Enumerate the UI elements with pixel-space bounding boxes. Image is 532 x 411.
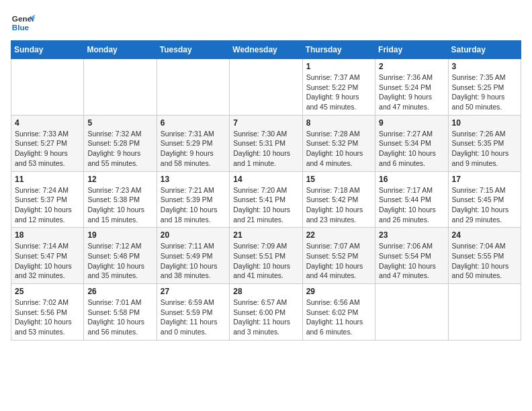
day-number: 26 <box>87 287 152 296</box>
day-info: Sunrise: 7:17 AMSunset: 5:44 PMDaylight:… <box>379 185 444 225</box>
day-number: 18 <box>15 230 80 240</box>
calendar-cell: 9Sunrise: 7:27 AMSunset: 5:34 PMDaylight… <box>375 115 448 171</box>
calendar-cell: 22Sunrise: 7:07 AMSunset: 5:52 PMDayligh… <box>302 228 375 284</box>
calendar-cell <box>375 284 448 340</box>
calendar-cell: 7Sunrise: 7:30 AMSunset: 5:31 PMDaylight… <box>230 115 302 171</box>
calendar-cell: 11Sunrise: 7:24 AMSunset: 5:37 PMDayligh… <box>11 171 84 228</box>
day-info: Sunrise: 7:32 AMSunset: 5:28 PMDaylight:… <box>87 129 152 169</box>
calendar-week-row: 18Sunrise: 7:14 AMSunset: 5:47 PMDayligh… <box>11 228 521 284</box>
day-info: Sunrise: 7:28 AMSunset: 5:32 PMDaylight:… <box>306 129 371 169</box>
calendar-cell <box>157 59 229 116</box>
day-number: 2 <box>379 62 444 71</box>
day-number: 5 <box>87 118 152 128</box>
day-info: Sunrise: 7:36 AMSunset: 5:24 PMDaylight:… <box>379 73 444 112</box>
weekday-header-friday: Friday <box>375 41 448 59</box>
calendar-cell: 16Sunrise: 7:17 AMSunset: 5:44 PMDayligh… <box>375 171 448 228</box>
calendar-cell: 26Sunrise: 7:01 AMSunset: 5:58 PMDayligh… <box>84 284 157 340</box>
calendar-cell: 10Sunrise: 7:26 AMSunset: 5:35 PMDayligh… <box>448 115 521 171</box>
calendar-cell: 24Sunrise: 7:04 AMSunset: 5:55 PMDayligh… <box>448 228 521 284</box>
day-number: 24 <box>452 230 517 240</box>
day-info: Sunrise: 7:21 AMSunset: 5:39 PMDaylight:… <box>161 185 226 225</box>
day-number: 14 <box>233 175 298 184</box>
day-number: 27 <box>161 287 226 296</box>
calendar-cell: 15Sunrise: 7:18 AMSunset: 5:42 PMDayligh… <box>302 171 375 228</box>
weekday-header-sunday: Sunday <box>11 41 84 59</box>
calendar-cell <box>230 59 302 116</box>
calendar-cell <box>11 59 84 116</box>
calendar-cell: 13Sunrise: 7:21 AMSunset: 5:39 PMDayligh… <box>157 171 229 228</box>
day-number: 22 <box>306 230 371 240</box>
day-info: Sunrise: 7:07 AMSunset: 5:52 PMDaylight:… <box>306 241 371 281</box>
day-number: 17 <box>452 175 517 184</box>
day-number: 10 <box>452 118 517 128</box>
calendar-cell: 5Sunrise: 7:32 AMSunset: 5:28 PMDaylight… <box>84 115 157 171</box>
calendar-cell: 3Sunrise: 7:35 AMSunset: 5:25 PMDaylight… <box>448 59 521 116</box>
weekday-header-monday: Monday <box>84 41 157 59</box>
calendar-cell: 6Sunrise: 7:31 AMSunset: 5:29 PMDaylight… <box>157 115 229 171</box>
day-info: Sunrise: 7:18 AMSunset: 5:42 PMDaylight:… <box>306 185 371 225</box>
calendar-cell: 28Sunrise: 6:57 AMSunset: 6:00 PMDayligh… <box>230 284 302 340</box>
day-number: 23 <box>379 230 444 240</box>
calendar-week-row: 1Sunrise: 7:37 AMSunset: 5:22 PMDaylight… <box>11 59 521 116</box>
page-header: General Blue <box>11 11 521 35</box>
day-info: Sunrise: 6:59 AMSunset: 5:59 PMDaylight:… <box>161 298 226 337</box>
day-number: 12 <box>87 175 152 184</box>
calendar-cell: 23Sunrise: 7:06 AMSunset: 5:54 PMDayligh… <box>375 228 448 284</box>
calendar-week-row: 11Sunrise: 7:24 AMSunset: 5:37 PMDayligh… <box>11 171 521 228</box>
calendar-cell: 19Sunrise: 7:12 AMSunset: 5:48 PMDayligh… <box>84 228 157 284</box>
day-info: Sunrise: 7:35 AMSunset: 5:25 PMDaylight:… <box>452 73 517 112</box>
day-number: 21 <box>233 230 298 240</box>
day-info: Sunrise: 7:37 AMSunset: 5:22 PMDaylight:… <box>306 73 371 112</box>
day-info: Sunrise: 7:15 AMSunset: 5:45 PMDaylight:… <box>452 185 517 225</box>
day-info: Sunrise: 7:27 AMSunset: 5:34 PMDaylight:… <box>379 129 444 169</box>
day-number: 19 <box>87 230 152 240</box>
day-info: Sunrise: 7:11 AMSunset: 5:49 PMDaylight:… <box>161 241 226 281</box>
calendar-cell: 14Sunrise: 7:20 AMSunset: 5:41 PMDayligh… <box>230 171 302 228</box>
calendar-cell: 8Sunrise: 7:28 AMSunset: 5:32 PMDaylight… <box>302 115 375 171</box>
weekday-header-thursday: Thursday <box>302 41 375 59</box>
day-info: Sunrise: 7:14 AMSunset: 5:47 PMDaylight:… <box>15 241 80 281</box>
day-number: 1 <box>306 62 371 71</box>
calendar-cell: 12Sunrise: 7:23 AMSunset: 5:38 PMDayligh… <box>84 171 157 228</box>
weekday-header-row: SundayMondayTuesdayWednesdayThursdayFrid… <box>11 41 521 59</box>
day-info: Sunrise: 7:12 AMSunset: 5:48 PMDaylight:… <box>87 241 152 281</box>
day-info: Sunrise: 7:09 AMSunset: 5:51 PMDaylight:… <box>233 241 298 281</box>
calendar-cell: 29Sunrise: 6:56 AMSunset: 6:02 PMDayligh… <box>302 284 375 340</box>
weekday-header-saturday: Saturday <box>448 41 521 59</box>
day-info: Sunrise: 7:23 AMSunset: 5:38 PMDaylight:… <box>87 185 152 225</box>
day-info: Sunrise: 7:31 AMSunset: 5:29 PMDaylight:… <box>161 129 226 169</box>
calendar-cell: 27Sunrise: 6:59 AMSunset: 5:59 PMDayligh… <box>157 284 229 340</box>
day-info: Sunrise: 6:56 AMSunset: 6:02 PMDaylight:… <box>306 298 371 337</box>
calendar-cell: 21Sunrise: 7:09 AMSunset: 5:51 PMDayligh… <box>230 228 302 284</box>
calendar-cell: 25Sunrise: 7:02 AMSunset: 5:56 PMDayligh… <box>11 284 84 340</box>
day-info: Sunrise: 7:33 AMSunset: 5:27 PMDaylight:… <box>15 129 80 169</box>
day-info: Sunrise: 7:02 AMSunset: 5:56 PMDaylight:… <box>15 298 80 337</box>
calendar-week-row: 4Sunrise: 7:33 AMSunset: 5:27 PMDaylight… <box>11 115 521 171</box>
day-info: Sunrise: 7:06 AMSunset: 5:54 PMDaylight:… <box>379 241 444 281</box>
day-info: Sunrise: 6:57 AMSunset: 6:00 PMDaylight:… <box>233 298 298 337</box>
day-number: 3 <box>452 62 517 71</box>
day-number: 20 <box>161 230 226 240</box>
day-number: 7 <box>233 118 298 128</box>
svg-text:Blue: Blue <box>12 23 30 32</box>
day-number: 29 <box>306 287 371 296</box>
day-number: 8 <box>306 118 371 128</box>
calendar-cell: 1Sunrise: 7:37 AMSunset: 5:22 PMDaylight… <box>302 59 375 116</box>
calendar-week-row: 25Sunrise: 7:02 AMSunset: 5:56 PMDayligh… <box>11 284 521 340</box>
weekday-header-tuesday: Tuesday <box>157 41 229 59</box>
day-number: 13 <box>161 175 226 184</box>
day-info: Sunrise: 7:26 AMSunset: 5:35 PMDaylight:… <box>452 129 517 169</box>
day-number: 16 <box>379 175 444 184</box>
calendar-cell <box>448 284 521 340</box>
calendar-table: SundayMondayTuesdayWednesdayThursdayFrid… <box>11 40 521 340</box>
day-info: Sunrise: 7:04 AMSunset: 5:55 PMDaylight:… <box>452 241 517 281</box>
day-number: 28 <box>233 287 298 296</box>
day-number: 9 <box>379 118 444 128</box>
logo-icon: General Blue <box>11 11 35 35</box>
calendar-cell: 17Sunrise: 7:15 AMSunset: 5:45 PMDayligh… <box>448 171 521 228</box>
calendar-cell: 20Sunrise: 7:11 AMSunset: 5:49 PMDayligh… <box>157 228 229 284</box>
day-number: 6 <box>161 118 226 128</box>
calendar-cell: 18Sunrise: 7:14 AMSunset: 5:47 PMDayligh… <box>11 228 84 284</box>
calendar-cell: 2Sunrise: 7:36 AMSunset: 5:24 PMDaylight… <box>375 59 448 116</box>
logo: General Blue <box>11 11 35 35</box>
